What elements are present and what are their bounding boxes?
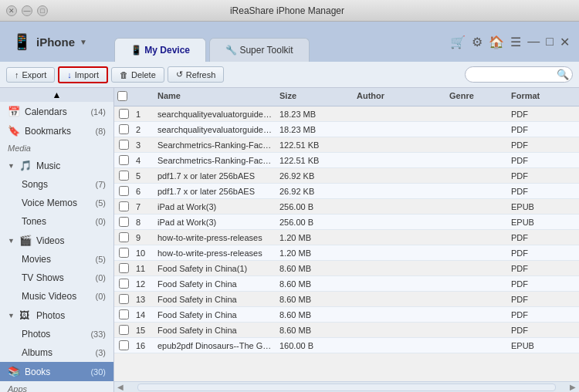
videos-label: Videos: [36, 235, 106, 246]
music-label: Music: [36, 161, 106, 171]
minimize-button[interactable]: —: [22, 5, 32, 16]
photos-icon: 🖼: [19, 309, 32, 321]
export-button[interactable]: ↑ Export: [6, 67, 55, 83]
table-row[interactable]: 9 how-to-write-press-releases 1.20 MB PD…: [114, 230, 579, 245]
apps-section-label: Apps: [0, 381, 113, 392]
table-row[interactable]: 4 Searchmetrics-Ranking-Factors-Infogr..…: [114, 153, 579, 168]
close-button[interactable]: ✕: [6, 5, 17, 16]
table-row[interactable]: 5 pdf1.7 x or later 256bAES 26.92 KB PDF: [114, 168, 579, 184]
table-row[interactable]: 12 Food Safety in China 8.60 MB PDF: [114, 276, 579, 292]
sidebar-item-albums[interactable]: Albums (3): [0, 343, 113, 362]
table-row[interactable]: 16 epub2pdf Dinosaurs--The Grand Tour -.…: [114, 338, 579, 353]
sidebar-item-music-videos[interactable]: Music Videos (0): [0, 287, 113, 306]
row-format: PDF: [508, 248, 570, 258]
voice-memos-count: (5): [96, 198, 106, 208]
row-checkbox[interactable]: [114, 140, 133, 150]
sidebar-item-tv-shows[interactable]: TV Shows (0): [0, 269, 113, 287]
window-close-icon[interactable]: ✕: [560, 35, 570, 49]
menu-icon[interactable]: ☰: [510, 35, 521, 49]
row-checkbox[interactable]: [114, 124, 133, 134]
table-row[interactable]: 10 how-to-write-press-releases 1.20 MB P…: [114, 245, 579, 261]
videos-icon: 🎬: [19, 235, 32, 246]
sidebar-item-videos[interactable]: ▼ 🎬 Videos: [0, 231, 113, 250]
header-scroll-space: [570, 91, 579, 103]
row-checkbox[interactable]: [114, 232, 133, 242]
row-checkbox[interactable]: [114, 309, 133, 319]
row-checkbox[interactable]: [114, 155, 133, 165]
window-maximize-icon[interactable]: □: [546, 35, 554, 49]
row-checkbox[interactable]: [114, 109, 133, 119]
refresh-button[interactable]: ↺ Refresh: [168, 66, 225, 83]
table-row[interactable]: 15 Food Safety in China 8.60 MB PDF: [114, 323, 579, 338]
photos-sub-count: (33): [90, 329, 106, 339]
table-row[interactable]: 11 Food Safety in China(1) 8.60 MB PDF: [114, 261, 579, 276]
sidebar-item-photos-parent[interactable]: ▼ 🖼 Photos: [0, 306, 113, 325]
sidebar-item-voice-memos[interactable]: Voice Memos (5): [0, 194, 113, 212]
row-checkbox[interactable]: [114, 186, 133, 196]
tab-my-device[interactable]: 📱 My Device: [114, 38, 206, 62]
select-all-checkbox[interactable]: [117, 91, 127, 101]
import-button[interactable]: ↓ Import: [58, 66, 108, 83]
music-icon: 🎵: [19, 160, 32, 171]
table-row[interactable]: 3 Searchmetrics-Ranking-Factors-Infogr..…: [114, 137, 579, 153]
row-checkbox[interactable]: [114, 340, 133, 350]
row-num: 7: [133, 202, 154, 211]
tab-super-toolkit[interactable]: 🔧 Super Toolkit: [209, 38, 310, 62]
row-checkbox[interactable]: [114, 171, 133, 181]
cart-icon[interactable]: 🛒: [450, 35, 466, 49]
row-checkbox[interactable]: [114, 279, 133, 289]
h-scroll-track[interactable]: [137, 384, 556, 391]
search-input[interactable]: [472, 70, 557, 79]
row-checkbox[interactable]: [114, 263, 133, 273]
delete-button[interactable]: 🗑 Delete: [111, 67, 164, 83]
window-controls[interactable]: ✕ — □: [6, 5, 48, 16]
settings-icon[interactable]: ⚙: [472, 35, 482, 49]
search-box[interactable]: 🔍: [465, 66, 573, 83]
horizontal-scrollbar[interactable]: ◀ ▶: [114, 381, 579, 392]
table-row[interactable]: 8 iPad at Work(3) 256.00 B EPUB: [114, 215, 579, 230]
row-checkbox[interactable]: [114, 248, 133, 258]
tones-count: (0): [96, 217, 106, 226]
sidebar-item-calendars[interactable]: 📅 Calendars (14): [0, 102, 113, 121]
books-icon: 📚: [8, 366, 20, 377]
table-row[interactable]: 7 iPad at Work(3) 256.00 B EPUB: [114, 199, 579, 215]
table-row[interactable]: 1 searchqualityevaluatorguidelines 18.23…: [114, 106, 579, 122]
row-num: 11: [133, 264, 154, 273]
sidebar-item-music[interactable]: ▼ 🎵 Music: [0, 156, 113, 175]
table-row[interactable]: 13 Food Safety in China 8.60 MB PDF: [114, 292, 579, 307]
row-name: how-to-write-press-releases: [154, 233, 276, 242]
row-num: 16: [133, 341, 154, 350]
row-checkbox[interactable]: [114, 217, 133, 227]
sidebar-scroll-up[interactable]: ▲: [0, 88, 113, 102]
table-row[interactable]: 6 pdf1.7 x or later 256bAES 26.92 KB PDF: [114, 184, 579, 199]
sidebar-item-books[interactable]: 📚 Books (30): [0, 362, 113, 381]
row-name: how-to-write-press-releases: [154, 248, 276, 258]
row-checkbox[interactable]: [114, 294, 133, 304]
maximize-button[interactable]: □: [37, 5, 48, 16]
tv-shows-count: (0): [96, 273, 106, 282]
device-icon: 📱: [12, 32, 32, 51]
device-dropdown-arrow[interactable]: ▼: [80, 38, 87, 46]
row-format: PDF: [508, 140, 570, 150]
file-list-body: 1 searchqualityevaluatorguidelines 18.23…: [114, 106, 579, 381]
row-checkbox[interactable]: [114, 201, 133, 211]
table-row[interactable]: 2 searchqualityevaluatorguidelines 18.23…: [114, 122, 579, 137]
my-device-icon: 📱: [130, 45, 144, 56]
calendars-count: (14): [90, 107, 106, 117]
row-size: 26.92 KB: [276, 171, 354, 181]
sidebar-item-movies[interactable]: Movies (5): [0, 250, 113, 269]
scroll-right-icon[interactable]: ▶: [567, 383, 579, 391]
sidebar-item-songs[interactable]: Songs (7): [0, 175, 113, 194]
row-num: 3: [133, 140, 154, 150]
sidebar-item-photos-sub[interactable]: Photos (33): [0, 325, 113, 343]
header-checkbox: [114, 91, 133, 103]
home-icon[interactable]: 🏠: [489, 35, 504, 49]
scroll-left-icon[interactable]: ◀: [114, 383, 127, 391]
window-minimize-icon[interactable]: —: [527, 35, 540, 49]
sidebar-item-tones[interactable]: Tones (0): [0, 212, 113, 231]
row-format: PDF: [508, 110, 570, 119]
header-tabs: 📱 iPhone ▼ 📱 My Device 🔧 Super Toolkit 🛒…: [0, 22, 579, 62]
row-checkbox[interactable]: [114, 325, 133, 335]
sidebar-item-bookmarks[interactable]: 🔖 Bookmarks (8): [0, 121, 113, 140]
table-row[interactable]: 14 Food Safety in China 8.60 MB PDF: [114, 307, 579, 323]
